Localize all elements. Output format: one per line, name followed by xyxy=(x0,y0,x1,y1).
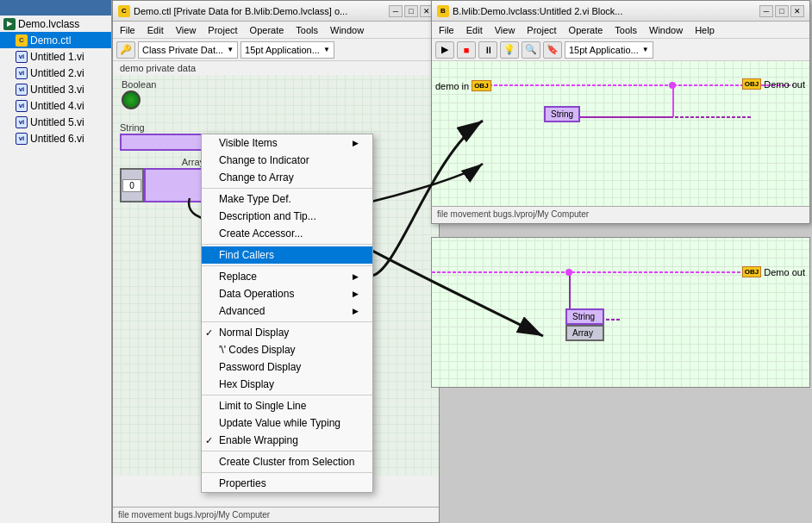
class-dropdown-arrow: ▼ xyxy=(227,46,234,53)
bd2-string-label: String xyxy=(565,308,604,325)
array-control[interactable]: Array 0 xyxy=(120,157,204,202)
ctx-enable-wrapping[interactable]: ✓ Enable Wrapping xyxy=(202,432,372,449)
ctx-sep-2 xyxy=(202,244,372,245)
ctx-advanced[interactable]: Advanced ▶ xyxy=(202,302,372,320)
ctx-label: '\' Codes Display xyxy=(219,344,296,356)
font-dropdown[interactable]: 15pt Application... ▼ xyxy=(240,41,334,59)
ctx-label: Limit to Single Line xyxy=(219,400,306,412)
vi-icon: vi xyxy=(16,84,28,96)
probe-btn[interactable]: 🔍 xyxy=(522,41,540,59)
array-index[interactable]: 0 xyxy=(120,168,144,202)
array-inner[interactable] xyxy=(144,168,204,202)
tree-item-untitled5[interactable]: vi Untitled 5.vi xyxy=(0,114,111,130)
ctx-change-indicator[interactable]: Change to Indicator xyxy=(202,152,372,169)
string-label: String xyxy=(120,122,206,133)
tree-item-label: Untitled 4.vi xyxy=(30,100,84,112)
pointer-tool-btn[interactable]: 🔑 xyxy=(116,41,135,59)
bd-toolbar: ▶ ■ ⏸ 💡 🔍 🔖 15pt Applicatio... ▼ xyxy=(432,39,809,61)
font-dropdown-label: 15pt Application... xyxy=(245,45,320,55)
ctx-visible-items[interactable]: Visible Items ▶ xyxy=(202,134,372,152)
tree-item-untitled3[interactable]: vi Untitled 3.vi xyxy=(0,81,111,97)
ctx-sep-5 xyxy=(202,395,372,395)
tree-item-demo-ctl[interactable]: C Demo.ctl xyxy=(0,32,111,48)
menu-operate[interactable]: Operate xyxy=(245,24,290,36)
highlight-btn[interactable]: 💡 xyxy=(500,41,519,59)
bd-titlebar: B B.lvlib:Demo.lvclass:Untitled 2.vi Blo… xyxy=(432,1,809,22)
tree-item-label: Demo.ctl xyxy=(30,34,71,47)
tree-item-untitled6[interactable]: vi Untitled 6.vi xyxy=(0,130,111,146)
tree-item-label: Untitled 1.vi xyxy=(30,51,84,63)
bd-menu-file[interactable]: File xyxy=(434,24,459,36)
pause-btn[interactable]: ⏸ xyxy=(478,41,497,59)
bookmark-btn[interactable]: 🔖 xyxy=(543,41,562,59)
ctx-create-accessor[interactable]: Create Accessor... xyxy=(202,225,372,242)
minimize-button[interactable]: ─ xyxy=(389,5,403,17)
abort-btn[interactable]: ■ xyxy=(457,41,476,59)
bd-minimize-btn[interactable]: ─ xyxy=(759,5,773,17)
bd-font-dropdown[interactable]: 15pt Applicatio... ▼ xyxy=(565,41,653,59)
menu-tools[interactable]: Tools xyxy=(290,24,323,36)
bd-menu-operate[interactable]: Operate xyxy=(564,24,609,36)
bd-canvas2[interactable]: String Array OBJ Demo out xyxy=(432,238,809,387)
boolean-button[interactable] xyxy=(122,90,141,109)
ctx-make-type-def[interactable]: Make Type Def. xyxy=(202,190,372,208)
ctx-label: Advanced xyxy=(219,305,265,317)
window-controls: ─ □ ✕ xyxy=(389,5,434,17)
ctx-change-array[interactable]: Change to Array xyxy=(202,169,372,186)
bd-menu-view[interactable]: View xyxy=(490,24,521,36)
bd-menu-project[interactable]: Project xyxy=(522,24,561,36)
ctx-description-tip[interactable]: Description and Tip... xyxy=(202,208,372,225)
menu-file[interactable]: File xyxy=(115,24,141,36)
menu-window[interactable]: Window xyxy=(325,24,369,36)
bd-menu-edit[interactable]: Edit xyxy=(461,24,488,36)
tree-item-untitled4[interactable]: vi Untitled 4.vi xyxy=(0,97,111,114)
ctx-password-display[interactable]: Password Display xyxy=(202,358,372,376)
ctx-replace[interactable]: Replace ▶ xyxy=(202,268,372,285)
array-wrapper: 0 xyxy=(120,168,204,202)
ctx-label: Find Callers xyxy=(219,249,274,261)
bd-maximize-btn[interactable]: □ xyxy=(775,5,789,17)
ctx-label: Normal Display xyxy=(219,327,289,339)
project-panel-title xyxy=(0,0,111,16)
tree-item-untitled2[interactable]: vi Untitled 2.vi xyxy=(0,65,111,81)
string-control[interactable]: String xyxy=(120,122,206,151)
bd2-array-label: Array xyxy=(565,325,604,341)
ctx-data-operations[interactable]: Data Operations ▶ xyxy=(202,285,372,302)
vi-icon: vi xyxy=(16,67,28,79)
tree-item-untitled1[interactable]: vi Untitled 1.vi xyxy=(0,48,111,65)
ctx-normal-display[interactable]: ✓ Normal Display xyxy=(202,324,372,341)
string-box[interactable] xyxy=(120,134,206,151)
menu-project[interactable]: Project xyxy=(203,24,242,36)
ctx-codes-display[interactable]: '\' Codes Display xyxy=(202,341,372,358)
demo-in-node: demo in OBJ xyxy=(435,80,491,91)
tree-item-demo-lvclass[interactable]: ▶ Demo.lvclass xyxy=(0,16,111,32)
bd-menu-tools[interactable]: Tools xyxy=(609,24,642,36)
menu-view[interactable]: View xyxy=(171,24,202,36)
ctx-update-value[interactable]: Update Value while Typing xyxy=(202,414,372,432)
ctx-sep-4 xyxy=(202,321,372,322)
bd-font-arrow: ▼ xyxy=(642,46,649,53)
menu-edit[interactable]: Edit xyxy=(142,24,169,36)
run-btn[interactable]: ▶ xyxy=(435,41,454,59)
bd-menu-window[interactable]: Window xyxy=(644,24,688,36)
ctx-label: Make Type Def. xyxy=(219,193,291,205)
bd-close-btn[interactable]: ✕ xyxy=(790,5,804,17)
boolean-control[interactable]: Boolean xyxy=(122,79,156,109)
maximize-button[interactable]: □ xyxy=(404,5,418,17)
obj-terminal-in: OBJ xyxy=(472,80,490,91)
ctx-properties[interactable]: Properties xyxy=(202,475,372,492)
ctx-hex-display[interactable]: Hex Display xyxy=(202,376,372,393)
submenu-arrow-icon: ▶ xyxy=(353,272,359,281)
bd-canvas[interactable]: demo in OBJ String OBJ Demo out xyxy=(432,61,809,206)
ctx-limit-single-line[interactable]: Limit to Single Line xyxy=(202,397,372,414)
ctx-label: Enable Wrapping xyxy=(219,434,298,446)
bd-status-text: file movement bugs.lvproj/My Computer xyxy=(437,209,589,219)
ctx-find-callers[interactable]: Find Callers xyxy=(202,246,372,264)
bd-menu-help[interactable]: Help xyxy=(690,24,720,36)
ctx-create-cluster[interactable]: Create Cluster from Selection xyxy=(202,453,372,470)
class-dropdown[interactable]: Class Private Dat... ▼ xyxy=(138,41,238,59)
bd-window-icon: B xyxy=(437,5,449,17)
tree-item-label: Untitled 6.vi xyxy=(30,133,84,145)
checkmark-icon: ✓ xyxy=(205,327,213,339)
tree-item-label: Untitled 2.vi xyxy=(30,67,84,79)
